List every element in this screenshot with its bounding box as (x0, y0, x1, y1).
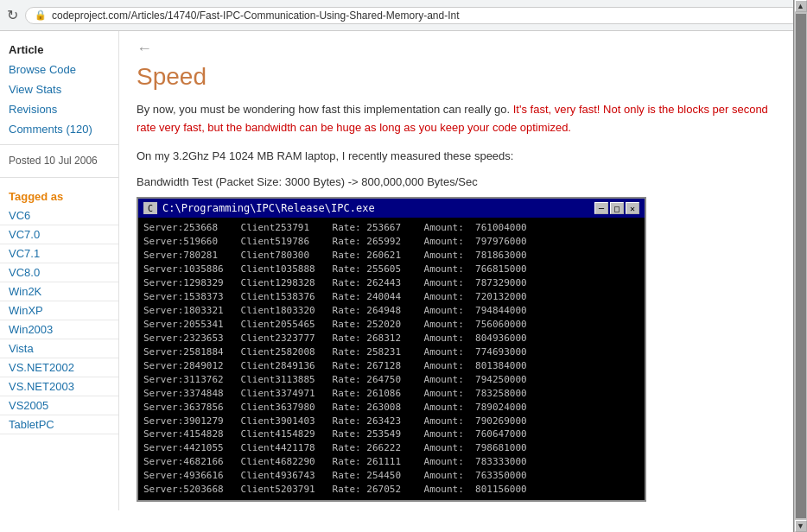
close-button[interactable]: ✕ (626, 202, 639, 214)
tag-vc80[interactable]: VC8.0 (0, 263, 118, 282)
console-scrollbar[interactable]: ▲ ▼ (793, 31, 807, 510)
console-output: Server:253668 Client253791 Rate: 253667 … (143, 221, 639, 497)
sidebar-item-comments[interactable]: Comments (120) (0, 119, 118, 139)
sidebar: Article Browse Code View Stats Revisions… (0, 31, 119, 510)
minimize-button[interactable]: ─ (594, 202, 608, 214)
tagged-as-title: Tagged as (0, 183, 118, 206)
sidebar-divider (0, 144, 118, 145)
sidebar-item-revisions[interactable]: Revisions (0, 99, 118, 119)
console-body: Server:253668 Client253791 Rate: 253667 … (138, 218, 645, 500)
console-titlebar: C C:\Programming\IPC\Release\IPC.exe ─ □… (138, 199, 645, 218)
restore-button[interactable]: □ (610, 202, 624, 214)
tag-vc6[interactable]: VC6 (0, 206, 118, 225)
tag-vista[interactable]: Vista (0, 339, 118, 358)
second-paragraph: On my 3.2Ghz P4 1024 MB RAM laptop, I re… (137, 148, 790, 166)
lock-icon: 🔒 (35, 10, 47, 21)
main-content: ← Speed By now, you must be wondering ho… (119, 31, 807, 510)
console-wrapper: Server:253668 Client253791 Rate: 253667 … (138, 218, 645, 500)
tag-win2k[interactable]: Win2K (0, 282, 118, 301)
intro-paragraph: By now, you must be wondering how fast t… (137, 101, 790, 137)
tag-vc71[interactable]: VC7.1 (0, 244, 118, 263)
article-section-title: Article (0, 38, 118, 60)
page-layout: Article Browse Code View Stats Revisions… (0, 31, 807, 510)
tag-vs2005[interactable]: VS2005 (0, 396, 118, 415)
back-arrow-icon[interactable]: ← (137, 40, 152, 58)
tag-vsnet2003[interactable]: VS.NET2003 (0, 377, 118, 396)
highlight-text: It's fast, very fast! Not only is the bl… (137, 103, 768, 134)
console-window: C C:\Programming\IPC\Release\IPC.exe ─ □… (137, 197, 646, 502)
bandwidth-label: Bandwidth Test (Packet Size: 3000 Bytes)… (137, 175, 790, 188)
scrollbar-thumb[interactable] (796, 31, 806, 510)
address-bar[interactable]: 🔒 codeproject.com/Articles/14740/Fast-IP… (25, 7, 800, 24)
sidebar-item-browse-code[interactable]: Browse Code (0, 60, 118, 79)
tag-win2003[interactable]: Win2003 (0, 320, 118, 339)
page-heading: Speed (137, 63, 790, 91)
sidebar-item-view-stats[interactable]: View Stats (0, 79, 118, 99)
console-title-left: C C:\Programming\IPC\Release\IPC.exe (143, 202, 375, 214)
tag-vc70[interactable]: VC7.0 (0, 225, 118, 244)
tag-tabletpc[interactable]: TabletPC (0, 415, 118, 434)
sidebar-posted: Posted 10 Jul 2006 (0, 150, 118, 172)
url-text: codeproject.com/Articles/14740/Fast-IPC-… (52, 10, 460, 22)
console-title-text: C:\Programming\IPC\Release\IPC.exe (162, 202, 375, 214)
tag-vsnet2002[interactable]: VS.NET2002 (0, 358, 118, 377)
browser-bar: ↻ 🔒 codeproject.com/Articles/14740/Fast-… (0, 0, 807, 31)
console-icon: C (143, 202, 157, 214)
refresh-icon[interactable]: ↻ (7, 7, 18, 23)
tag-winxp[interactable]: WinXP (0, 301, 118, 320)
console-window-buttons: ─ □ ✕ (594, 202, 639, 214)
sidebar-divider-2 (0, 177, 118, 178)
